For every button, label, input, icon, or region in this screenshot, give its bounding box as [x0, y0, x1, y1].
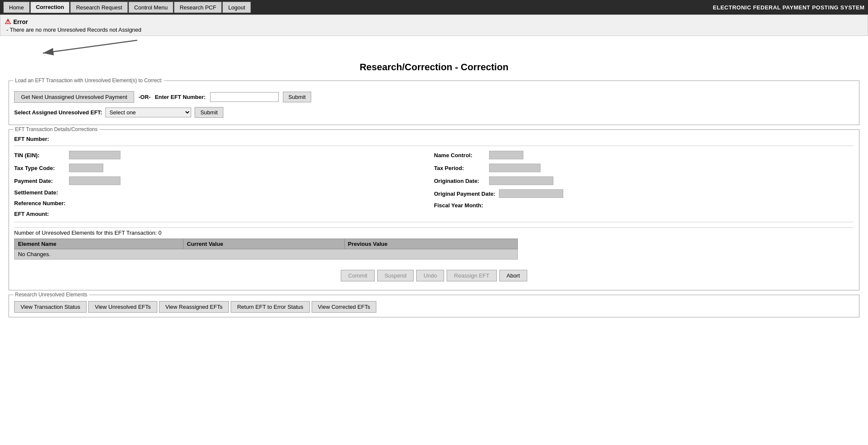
no-changes-cell: No Changes. — [15, 249, 518, 260]
details-fields-grid: TIN (EIN): Tax Type Code: Payment Date: … — [14, 146, 854, 222]
nav-tab-list: Home Correction Research Request Control… — [3, 2, 251, 13]
view-unresolved-efts-button[interactable]: View Unresolved EFTs — [88, 301, 157, 313]
svg-line-1 — [43, 40, 137, 53]
eft-number-label: EFT Number: — [14, 136, 49, 142]
get-next-unassigned-button[interactable]: Get Next Unassigned Unresolved Payment — [14, 91, 134, 103]
nav-tab-logout[interactable]: Logout — [222, 2, 251, 13]
error-icon: ⚠ — [5, 18, 11, 26]
error-message: - There are no more Unresolved Records n… — [6, 27, 863, 33]
origination-date-label: Origination Date: — [434, 178, 486, 184]
eft-amount-row: EFT Amount: — [14, 209, 434, 219]
settlement-date-label: Settlement Date: — [14, 189, 66, 196]
eft-details-legend: EFT Transaction Details/Corrections — [13, 126, 99, 132]
suspend-button[interactable]: Suspend — [377, 270, 414, 281]
nav-tab-control-menu[interactable]: Control Menu — [129, 2, 173, 13]
load-eft-legend: Load an EFT Transaction with Unresolved … — [13, 78, 164, 84]
table-row: No Changes. — [15, 249, 518, 260]
payment-date-field-row: Payment Date: — [14, 174, 434, 187]
view-transaction-status-button[interactable]: View Transaction Status — [14, 301, 87, 313]
origination-date-input — [489, 176, 553, 185]
error-title: ⚠ Error — [5, 18, 863, 26]
tax-period-label: Tax Period: — [434, 165, 486, 171]
load-eft-section: Load an EFT Transaction with Unresolved … — [9, 81, 859, 125]
submit-eft-button[interactable]: Submit — [283, 92, 311, 102]
eft-number-input[interactable] — [210, 92, 279, 102]
error-heading: Error — [13, 18, 28, 25]
nav-tab-correction[interactable]: Correction — [30, 2, 70, 13]
name-control-field-row: Name Control: — [434, 149, 854, 161]
tax-period-field-row: Tax Period: — [434, 161, 854, 174]
load-eft-row1: Get Next Unassigned Unresolved Payment -… — [14, 91, 854, 103]
unresolved-table: Element Name Current Value Previous Valu… — [14, 239, 518, 260]
unresolved-section: Number of Unresolved Elements for this E… — [14, 222, 854, 263]
reassign-eft-button[interactable]: Reassign EFT — [447, 270, 496, 281]
action-buttons: Commit Suspend Undo Reassign EFT Abort — [14, 263, 854, 285]
right-fields: Name Control: Tax Period: Origination Da… — [434, 149, 854, 219]
col-current-value: Current Value — [183, 239, 344, 249]
error-banner: ⚠ Error - There are no more Unresolved R… — [0, 15, 868, 36]
assigned-eft-select[interactable]: Select one — [105, 108, 191, 117]
research-buttons: View Transaction Status View Unresolved … — [14, 301, 854, 313]
return-eft-to-error-status-button[interactable]: Return EFT to Error Status — [231, 301, 309, 313]
eft-number-row: EFT Number: — [14, 133, 854, 146]
original-payment-date-row: Original Payment Date: — [434, 187, 854, 200]
enter-eft-label: Enter EFT Number: — [155, 94, 205, 100]
tax-type-input — [69, 164, 103, 172]
tax-period-input — [489, 164, 541, 172]
research-section: Research Unresolved Elements View Transa… — [9, 295, 859, 317]
left-fields: TIN (EIN): Tax Type Code: Payment Date: … — [14, 149, 434, 219]
system-title: ELECTRONIC FEDERAL PAYMENT POSTING SYSTE… — [713, 4, 865, 11]
nav-tab-research-request[interactable]: Research Request — [70, 2, 128, 13]
page-title: Research/Correction - Correction — [0, 57, 868, 76]
tin-input — [69, 151, 120, 159]
tin-field-row: TIN (EIN): — [14, 149, 434, 161]
arrow-svg — [17, 36, 146, 57]
research-legend: Research Unresolved Elements — [13, 292, 89, 298]
view-corrected-efts-button[interactable]: View Corrected EFTs — [312, 301, 377, 313]
reference-number-label: Reference Number: — [14, 200, 66, 206]
col-element-name: Element Name — [15, 239, 183, 249]
payment-date-label: Payment Date: — [14, 178, 66, 184]
payment-date-input — [69, 176, 120, 185]
nav-tab-home[interactable]: Home — [3, 2, 30, 13]
submit-assigned-button[interactable]: Submit — [195, 107, 223, 118]
tax-type-label: Tax Type Code: — [14, 165, 66, 171]
abort-button[interactable]: Abort — [499, 270, 527, 281]
name-control-label: Name Control: — [434, 152, 486, 158]
arrow-annotation — [17, 36, 868, 57]
settlement-date-row: Settlement Date: — [14, 187, 434, 198]
unresolved-count: Number of Unresolved Elements for this E… — [14, 230, 854, 236]
divider — [14, 227, 854, 228]
top-navigation: Home Correction Research Request Control… — [0, 0, 868, 15]
nav-tab-research-pcf[interactable]: Research PCF — [174, 2, 222, 13]
load-eft-row2: Select Assigned Unresolved EFT: Select o… — [14, 107, 854, 118]
undo-button[interactable]: Undo — [416, 270, 444, 281]
table-header-row: Element Name Current Value Previous Valu… — [15, 239, 518, 249]
commit-button[interactable]: Commit — [341, 270, 375, 281]
fiscal-year-month-label: Fiscal Year Month: — [434, 202, 486, 209]
main-content: Load an EFT Transaction with Unresolved … — [0, 81, 868, 322]
name-control-input — [489, 151, 523, 159]
or-label: -OR- — [138, 94, 150, 100]
fiscal-year-month-row: Fiscal Year Month: — [434, 200, 854, 211]
view-reassigned-efts-button[interactable]: View Reassigned EFTs — [159, 301, 229, 313]
original-payment-date-label: Original Payment Date: — [434, 191, 496, 197]
col-previous-value: Previous Value — [344, 239, 518, 249]
eft-details-section: EFT Transaction Details/Corrections EFT … — [9, 129, 859, 290]
tin-label: TIN (EIN): — [14, 152, 66, 158]
eft-amount-label: EFT Amount: — [14, 211, 66, 217]
reference-number-row: Reference Number: — [14, 198, 434, 209]
select-assigned-label: Select Assigned Unresolved EFT: — [14, 109, 102, 116]
tax-type-field-row: Tax Type Code: — [14, 161, 434, 174]
original-payment-date-input — [499, 189, 563, 198]
origination-date-field-row: Origination Date: — [434, 174, 854, 187]
